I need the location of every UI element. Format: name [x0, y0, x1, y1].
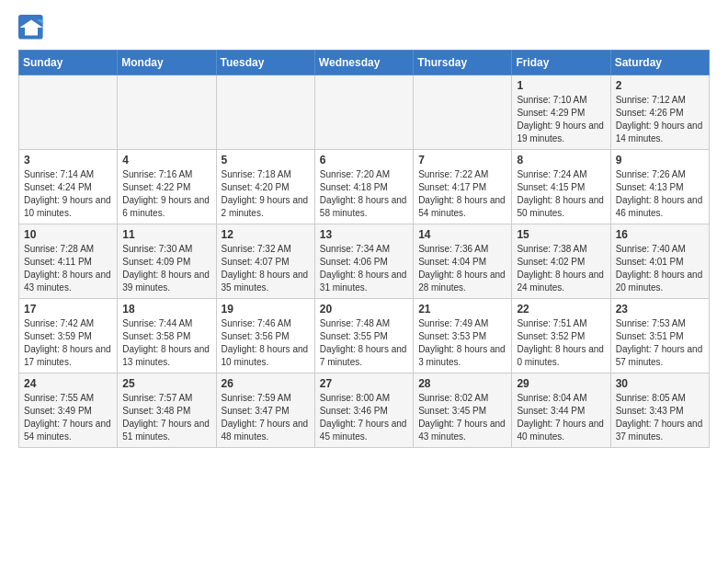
logo: [18, 15, 48, 40]
day-number: 1: [517, 79, 605, 92]
day-number: 3: [24, 154, 112, 167]
day-info: Sunrise: 7:48 AM Sunset: 3:55 PM Dayligh…: [320, 317, 408, 369]
calendar-cell: 24Sunrise: 7:55 AM Sunset: 3:49 PM Dayli…: [19, 373, 118, 448]
day-header-friday: Friday: [512, 51, 610, 75]
day-info: Sunrise: 7:44 AM Sunset: 3:58 PM Dayligh…: [122, 317, 210, 369]
calendar-cell: 19Sunrise: 7:46 AM Sunset: 3:56 PM Dayli…: [216, 299, 314, 373]
day-info: Sunrise: 8:02 AM Sunset: 3:45 PM Dayligh…: [418, 392, 506, 443]
day-header-monday: Monday: [118, 51, 216, 75]
day-number: 30: [616, 377, 704, 390]
calendar-cell: 1Sunrise: 7:10 AM Sunset: 4:29 PM Daylig…: [512, 75, 610, 150]
calendar-cell: [118, 75, 216, 150]
day-info: Sunrise: 7:49 AM Sunset: 3:53 PM Dayligh…: [418, 317, 506, 369]
calendar-cell: 27Sunrise: 8:00 AM Sunset: 3:46 PM Dayli…: [314, 373, 413, 448]
calendar-cell: 21Sunrise: 7:49 AM Sunset: 3:53 PM Dayli…: [414, 299, 512, 373]
calendar-cell: 5Sunrise: 7:18 AM Sunset: 4:20 PM Daylig…: [216, 150, 314, 224]
day-info: Sunrise: 7:16 AM Sunset: 4:22 PM Dayligh…: [122, 168, 210, 220]
day-number: 11: [122, 228, 210, 241]
calendar-week-row: 1Sunrise: 7:10 AM Sunset: 4:29 PM Daylig…: [19, 75, 710, 150]
day-number: 9: [616, 154, 704, 167]
day-number: 8: [517, 154, 605, 167]
calendar-cell: 22Sunrise: 7:51 AM Sunset: 3:52 PM Dayli…: [512, 299, 610, 373]
calendar-cell: 8Sunrise: 7:24 AM Sunset: 4:15 PM Daylig…: [512, 150, 610, 224]
calendar-cell: 30Sunrise: 8:05 AM Sunset: 3:43 PM Dayli…: [610, 373, 709, 448]
day-info: Sunrise: 7:18 AM Sunset: 4:20 PM Dayligh…: [222, 168, 310, 220]
day-number: 24: [24, 377, 112, 390]
day-info: Sunrise: 7:20 AM Sunset: 4:18 PM Dayligh…: [320, 168, 408, 220]
day-header-saturday: Saturday: [610, 51, 709, 75]
day-number: 2: [616, 79, 704, 92]
calendar-cell: 15Sunrise: 7:38 AM Sunset: 4:02 PM Dayli…: [512, 224, 610, 299]
logo-icon: [18, 15, 44, 40]
day-info: Sunrise: 7:55 AM Sunset: 3:49 PM Dayligh…: [24, 392, 112, 443]
calendar-page: SundayMondayTuesdayWednesdayThursdayFrid…: [0, 0, 728, 463]
calendar-cell: 29Sunrise: 8:04 AM Sunset: 3:44 PM Dayli…: [512, 373, 610, 448]
day-number: 27: [320, 377, 408, 390]
day-info: Sunrise: 8:04 AM Sunset: 3:44 PM Dayligh…: [517, 392, 605, 443]
day-info: Sunrise: 7:57 AM Sunset: 3:48 PM Dayligh…: [122, 392, 210, 443]
calendar-cell: 9Sunrise: 7:26 AM Sunset: 4:13 PM Daylig…: [610, 150, 709, 224]
calendar-cell: 12Sunrise: 7:32 AM Sunset: 4:07 PM Dayli…: [216, 224, 314, 299]
calendar-cell: 25Sunrise: 7:57 AM Sunset: 3:48 PM Dayli…: [118, 373, 216, 448]
calendar-week-row: 17Sunrise: 7:42 AM Sunset: 3:59 PM Dayli…: [19, 299, 710, 373]
day-info: Sunrise: 7:59 AM Sunset: 3:47 PM Dayligh…: [222, 392, 310, 443]
calendar-week-row: 3Sunrise: 7:14 AM Sunset: 4:24 PM Daylig…: [19, 150, 710, 224]
day-info: Sunrise: 7:51 AM Sunset: 3:52 PM Dayligh…: [517, 317, 605, 369]
day-number: 25: [122, 377, 210, 390]
day-info: Sunrise: 8:05 AM Sunset: 3:43 PM Dayligh…: [616, 392, 704, 443]
calendar-cell: 4Sunrise: 7:16 AM Sunset: 4:22 PM Daylig…: [118, 150, 216, 224]
calendar-cell: [216, 75, 314, 150]
day-info: Sunrise: 7:40 AM Sunset: 4:01 PM Dayligh…: [616, 243, 704, 294]
day-info: Sunrise: 8:00 AM Sunset: 3:46 PM Dayligh…: [320, 392, 408, 443]
day-number: 22: [517, 303, 605, 316]
calendar-cell: 6Sunrise: 7:20 AM Sunset: 4:18 PM Daylig…: [314, 150, 413, 224]
day-number: 13: [320, 228, 408, 241]
day-info: Sunrise: 7:38 AM Sunset: 4:02 PM Dayligh…: [517, 243, 605, 294]
day-header-wednesday: Wednesday: [314, 51, 413, 75]
calendar-week-row: 24Sunrise: 7:55 AM Sunset: 3:49 PM Dayli…: [19, 373, 710, 448]
day-number: 15: [517, 228, 605, 241]
day-number: 17: [24, 303, 112, 316]
day-header-thursday: Thursday: [414, 51, 512, 75]
day-number: 26: [222, 377, 310, 390]
day-number: 23: [616, 303, 704, 316]
day-info: Sunrise: 7:26 AM Sunset: 4:13 PM Dayligh…: [616, 168, 704, 220]
day-info: Sunrise: 7:34 AM Sunset: 4:06 PM Dayligh…: [320, 243, 408, 294]
calendar-cell: 26Sunrise: 7:59 AM Sunset: 3:47 PM Dayli…: [216, 373, 314, 448]
day-number: 12: [222, 228, 310, 241]
day-info: Sunrise: 7:14 AM Sunset: 4:24 PM Dayligh…: [24, 168, 112, 220]
calendar-cell: 13Sunrise: 7:34 AM Sunset: 4:06 PM Dayli…: [314, 224, 413, 299]
day-info: Sunrise: 7:12 AM Sunset: 4:26 PM Dayligh…: [616, 94, 704, 145]
calendar-cell: 20Sunrise: 7:48 AM Sunset: 3:55 PM Dayli…: [314, 299, 413, 373]
day-number: 10: [24, 228, 112, 241]
day-number: 14: [418, 228, 506, 241]
day-info: Sunrise: 7:46 AM Sunset: 3:56 PM Dayligh…: [222, 317, 310, 369]
calendar-cell: 10Sunrise: 7:28 AM Sunset: 4:11 PM Dayli…: [19, 224, 118, 299]
day-number: 20: [320, 303, 408, 316]
day-number: 6: [320, 154, 408, 167]
day-info: Sunrise: 7:36 AM Sunset: 4:04 PM Dayligh…: [418, 243, 506, 294]
calendar-cell: 3Sunrise: 7:14 AM Sunset: 4:24 PM Daylig…: [19, 150, 118, 224]
day-info: Sunrise: 7:10 AM Sunset: 4:29 PM Dayligh…: [517, 94, 605, 145]
calendar-cell: [414, 75, 512, 150]
calendar-cell: 11Sunrise: 7:30 AM Sunset: 4:09 PM Dayli…: [118, 224, 216, 299]
calendar-cell: 23Sunrise: 7:53 AM Sunset: 3:51 PM Dayli…: [610, 299, 709, 373]
calendar-cell: 14Sunrise: 7:36 AM Sunset: 4:04 PM Dayli…: [414, 224, 512, 299]
day-number: 28: [418, 377, 506, 390]
day-info: Sunrise: 7:24 AM Sunset: 4:15 PM Dayligh…: [517, 168, 605, 220]
day-info: Sunrise: 7:28 AM Sunset: 4:11 PM Dayligh…: [24, 243, 112, 294]
calendar-cell: 18Sunrise: 7:44 AM Sunset: 3:58 PM Dayli…: [118, 299, 216, 373]
day-number: 5: [222, 154, 310, 167]
day-number: 18: [122, 303, 210, 316]
day-number: 7: [418, 154, 506, 167]
calendar-cell: [314, 75, 413, 150]
day-header-sunday: Sunday: [19, 51, 118, 75]
day-number: 29: [517, 377, 605, 390]
calendar-cell: 7Sunrise: 7:22 AM Sunset: 4:17 PM Daylig…: [414, 150, 512, 224]
day-number: 19: [222, 303, 310, 316]
day-header-tuesday: Tuesday: [216, 51, 314, 75]
calendar-cell: 2Sunrise: 7:12 AM Sunset: 4:26 PM Daylig…: [610, 75, 709, 150]
day-info: Sunrise: 7:22 AM Sunset: 4:17 PM Dayligh…: [418, 168, 506, 220]
day-info: Sunrise: 7:30 AM Sunset: 4:09 PM Dayligh…: [122, 243, 210, 294]
calendar-header-row: SundayMondayTuesdayWednesdayThursdayFrid…: [19, 51, 710, 75]
